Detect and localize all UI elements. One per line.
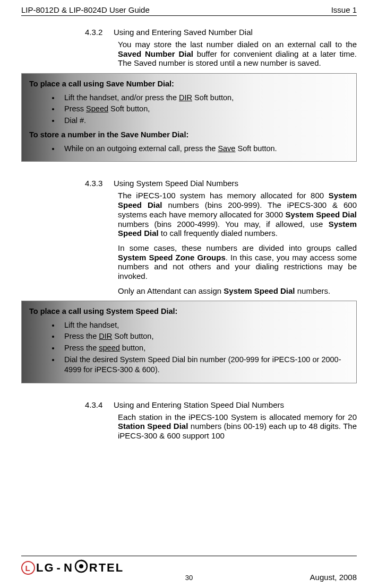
section-title: Using and Entering Station Speed Dial Nu… [114,400,284,409]
header-title-left: LIP-8012D & LIP-8024D User Guide [21,5,150,14]
instruction-list-item: While on an outgoing external call, pres… [60,144,349,154]
instruction-list-item: Press Speed Soft button, [60,104,349,115]
section-number: 4.3.2 [85,28,114,37]
instruction-list-item: Dial the desired System Speed Dial bin n… [60,355,349,375]
instruction-list: Lift the handset,Press the DIR Soft butt… [29,320,349,375]
section-title: Using and Entering Saved Number Dial [114,28,253,37]
instruction-box-title: To place a call using System Speed Dial: [29,306,349,317]
body-paragraph: In some cases, these numbers are divided… [118,243,357,281]
section-number: 4.3.3 [85,179,114,188]
instruction-box-title: To store a number in the Save Number Dia… [29,130,349,141]
svg-point-1 [79,564,83,568]
spacer [21,171,357,179]
instruction-box: To place a call using System Speed Dial:… [21,301,357,383]
section-heading: 4.3.2Using and Entering Saved Number Dia… [85,28,357,37]
instruction-list: Lift the handset, and/or press the DIR S… [29,93,349,126]
nortel-logo-text-rtel: RTEL [89,561,124,575]
page-header: LIP-8012D & LIP-8024D User Guide Issue 1 [21,5,357,16]
page: LIP-8012D & LIP-8024D User Guide Issue 1… [0,0,378,588]
nortel-swirl-icon [74,559,88,576]
spacer [21,393,357,400]
instruction-box: To place a call using Save Number Dial:L… [21,73,357,162]
logo-separator: - [57,561,62,575]
instruction-list-item: Lift the handset, and/or press the DIR S… [60,93,349,103]
lg-logo-circle-icon: L [21,561,35,575]
page-body: 4.3.2Using and Entering Saved Number Dia… [21,28,357,446]
instruction-list-item: Press the speed button, [60,343,349,354]
instruction-list-item: Press the DIR Soft button, [60,331,349,342]
brand-logo: L LG - N RTEL [21,559,124,576]
section-number: 4.3.4 [85,400,114,409]
body-paragraph: The iPECS-100 system has memory allocate… [118,191,357,238]
section-title: Using System Speed Dial Numbers [114,179,238,188]
footer-date: August, 2008 [310,573,357,582]
section-heading: 4.3.3Using System Speed Dial Numbers [85,179,357,188]
body-paragraph: Only an Attendant can assign System Spee… [118,286,357,296]
page-number: 30 [185,574,193,582]
instruction-list-item: Lift the handset, [60,320,349,331]
instruction-box-title: To place a call using Save Number Dial: [29,79,349,90]
section-heading: 4.3.4Using and Entering Station Speed Di… [85,400,357,409]
instruction-list-item: Dial #. [60,116,349,126]
nortel-logo-text-n: N [64,561,73,575]
body-paragraph: Each station in the iPECS-100 System is … [118,413,357,441]
lg-logo-text: LG [36,561,55,575]
page-footer: L LG - N RTEL 30 August, 2008 [21,556,357,583]
instruction-list: While on an outgoing external call, pres… [29,144,349,154]
body-paragraph: You may store the last number dialed on … [118,40,357,68]
lg-logo: L LG - N RTEL [21,559,124,576]
header-issue-right: Issue 1 [331,5,357,14]
